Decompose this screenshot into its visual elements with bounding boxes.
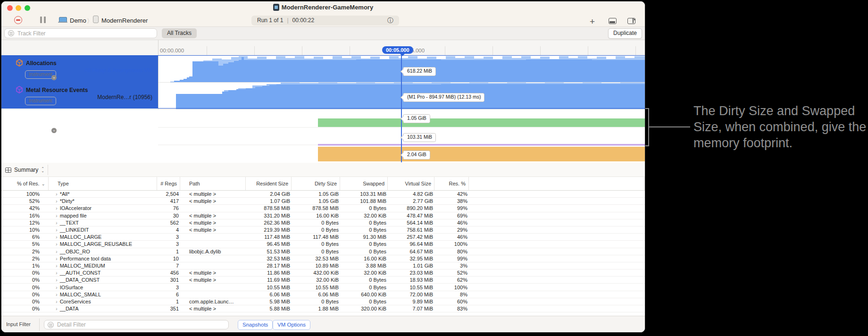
table-row[interactable]: 10%›__LINKEDIT4< multiple >219.39 MiB0 B… <box>1 227 645 234</box>
chevron-down-icon[interactable]: ⌄ <box>51 128 57 133</box>
table-cell: 60% <box>434 299 469 304</box>
table-row[interactable]: 100%›*All*2,504< multiple >2.04 GiB1.05 … <box>1 191 645 198</box>
window-title-wrap: ModernRenderer-GameMemory <box>1 4 645 11</box>
table-row[interactable]: 0%›MALLOC_SMALL66.06 MiB6.06 MiB640.00 K… <box>1 291 645 298</box>
vm-subtrack-dirty-label[interactable]: Dirty Size <box>58 116 152 122</box>
table-cell: 32.00 KiB <box>340 270 388 276</box>
column-header-type[interactable]: Type <box>49 177 157 190</box>
table-row[interactable]: 12%›__TEXT562< multiple >262.36 MiB0 Byt… <box>1 219 645 227</box>
table-cell: 101.88 MiB <box>340 198 388 204</box>
table-cell: 0 Bytes <box>292 299 340 304</box>
disclosure-chevron-icon[interactable]: › <box>56 263 58 269</box>
detail-filter-input[interactable] <box>56 321 228 328</box>
record-button[interactable] <box>14 16 22 24</box>
table-cell: 0 Bytes <box>340 285 388 290</box>
snapshots-button[interactable]: Snapshots <box>238 320 273 330</box>
column-header-regs[interactable]: # Regs <box>157 177 180 190</box>
table-row[interactable]: 5%›MALLOC_LARGE_REUSABLE396.45 MiB0 Byte… <box>1 241 645 248</box>
disclosure-chevron-icon[interactable]: › <box>56 270 58 276</box>
table-cell: 4 <box>157 227 180 233</box>
table-row[interactable]: 2%›__OBJC_RO1libobjc.A.dylib51.53 MiB0 B… <box>1 248 645 255</box>
column-header-pct-of-res[interactable]: % of Res.⌄ <box>1 177 49 190</box>
table-cell: 3 <box>157 234 180 240</box>
table-cell: 0 Bytes <box>292 241 340 247</box>
table-row[interactable]: 1%›MALLOC_MEDIUM728.17 MiB10.89 MiB3.88 … <box>1 262 645 269</box>
column-header-resident-size[interactable]: Resident Size <box>246 177 292 190</box>
window-title: ModernRenderer-GameMemory <box>282 4 373 11</box>
table-cell: 890.20 MiB <box>388 205 434 211</box>
table-row[interactable]: 42%›IOAccelerator76878.58 MiB878.58 MiB0… <box>1 205 645 212</box>
swapped-size-badge: 103.31 MiB <box>403 133 436 142</box>
disclosure-chevron-icon[interactable]: › <box>56 256 58 261</box>
all-tracks-button[interactable]: All Tracks <box>162 28 197 38</box>
disclosure-chevron-icon[interactable]: › <box>56 277 58 283</box>
table-cell: 18.93 MiB <box>388 277 434 283</box>
breadcrumb-device[interactable]: Demo <box>70 17 86 24</box>
detail-filter-field[interactable] <box>44 320 229 329</box>
allocations-value-badge: 618.22 MiB <box>403 67 436 76</box>
disclosure-chevron-icon[interactable]: › <box>56 306 58 311</box>
table-cell: 99% <box>434 205 469 211</box>
disclosure-chevron-icon[interactable]: › <box>56 213 58 218</box>
playhead-line[interactable] <box>401 52 402 162</box>
add-instrument-icon[interactable]: + <box>590 17 595 27</box>
table-row[interactable]: 0%›IOSurface310.55 MiB10.55 MiB0 Bytes10… <box>1 284 645 291</box>
disclosure-chevron-icon[interactable]: › <box>56 249 58 254</box>
table-row[interactable]: 0%›__DATA351< multiple >5.88 MiB1.88 MiB… <box>1 305 645 312</box>
column-header-res-pct[interactable]: Res. % <box>434 177 469 190</box>
filter-icon <box>8 30 14 36</box>
allocations-scope-label[interactable]: All Heap & Anonymous VM <box>58 67 152 74</box>
vm-subtrack-swapped-label[interactable]: Swapped Size <box>58 133 152 140</box>
table-row[interactable]: 52%›*Dirty*417< multiple >1.07 GiB1.05 G… <box>1 198 645 205</box>
disclosure-chevron-icon[interactable]: › <box>56 234 58 240</box>
table-cell: 10% <box>1 227 49 233</box>
disclosure-chevron-icon[interactable]: › <box>56 191 58 197</box>
table-row[interactable]: 0%›__AUTH_CONST456< multiple >11.86 MiB4… <box>1 269 645 277</box>
track-title-allocations[interactable]: Allocations <box>26 60 57 67</box>
duplicate-button[interactable]: Duplicate <box>608 28 642 39</box>
summary-dropdown[interactable]: Summary ⌃⌄ <box>5 166 44 174</box>
table-cell: ›MALLOC_LARGE <box>49 234 157 240</box>
playhead-time-pill[interactable]: 00:05.000 <box>382 46 413 54</box>
table-cell: 11.69 MiB <box>246 277 292 283</box>
table-cell: 46% <box>434 220 469 226</box>
table-row[interactable]: 2%›Performance tool data1032.53 MiB32.53… <box>1 255 645 262</box>
disclosure-chevron-icon[interactable]: › <box>56 220 58 226</box>
run-status-pill[interactable]: Run 1 of 1|00:00:22 ⓘ <box>251 16 399 25</box>
track-title-vm-tracker[interactable]: VM Tracker <box>26 113 56 120</box>
info-icon[interactable]: ⓘ <box>387 16 393 25</box>
toggle-right-panel-icon[interactable] <box>627 18 635 24</box>
column-header-swapped[interactable]: Swapped <box>340 177 388 190</box>
table-cell: 1 <box>157 249 180 254</box>
breadcrumb-target[interactable]: ModernRenderer <box>101 17 148 24</box>
metal-process-label[interactable]: ModernRe…r (10956) <box>58 94 152 101</box>
column-header-virtual-size[interactable]: Virtual Size <box>388 177 434 190</box>
table-row[interactable]: 0%›CoreServices1com.apple.Launc…5.98 MiB… <box>1 298 645 305</box>
metal-instrument-pill[interactable]: Instrument <box>25 97 56 105</box>
table-cell: 1 <box>157 299 180 304</box>
instruments-window: ModernRenderer-GameMemory Demo 〉 ModernR… <box>1 1 645 333</box>
disclosure-chevron-icon[interactable]: › <box>56 292 58 297</box>
vm-subtrack-resident-label[interactable]: Resident Size <box>58 150 152 157</box>
table-row[interactable]: 16%›mapped file30< multiple >331.20 MiB1… <box>1 212 645 219</box>
chevron-down-icon[interactable]: ⌄ <box>51 75 57 80</box>
vm-options-button[interactable]: VM Options <box>273 320 310 330</box>
pause-button[interactable] <box>40 17 46 23</box>
track-title-metal[interactable]: Metal Resource Events <box>26 87 88 93</box>
disclosure-chevron-icon[interactable]: › <box>56 205 58 211</box>
table-cell: 564.14 MiB <box>388 220 434 226</box>
disclosure-chevron-icon[interactable]: › <box>56 285 58 290</box>
track-filter-input[interactable] <box>17 30 157 37</box>
column-header-path[interactable]: Path <box>180 177 246 190</box>
disclosure-chevron-icon[interactable]: › <box>56 198 58 204</box>
table-row[interactable]: 0%›__DATA_CONST301< multiple >11.69 MiB3… <box>1 277 645 284</box>
column-header-dirty-size[interactable]: Dirty Size <box>292 177 340 190</box>
track-filter-field[interactable] <box>4 28 157 38</box>
disclosure-chevron-icon[interactable]: › <box>56 227 58 233</box>
table-cell: ›CoreServices <box>49 299 157 304</box>
disclosure-chevron-icon[interactable]: › <box>56 299 58 304</box>
timeline-ruler[interactable]: 00:00.000 00:05.000 00:05.000 <box>1 40 645 56</box>
toggle-bottom-panel-icon[interactable] <box>609 18 617 24</box>
disclosure-chevron-icon[interactable]: › <box>56 241 58 247</box>
table-row[interactable]: 6%›MALLOC_LARGE3117.48 MiB117.48 MiB91.3… <box>1 234 645 241</box>
